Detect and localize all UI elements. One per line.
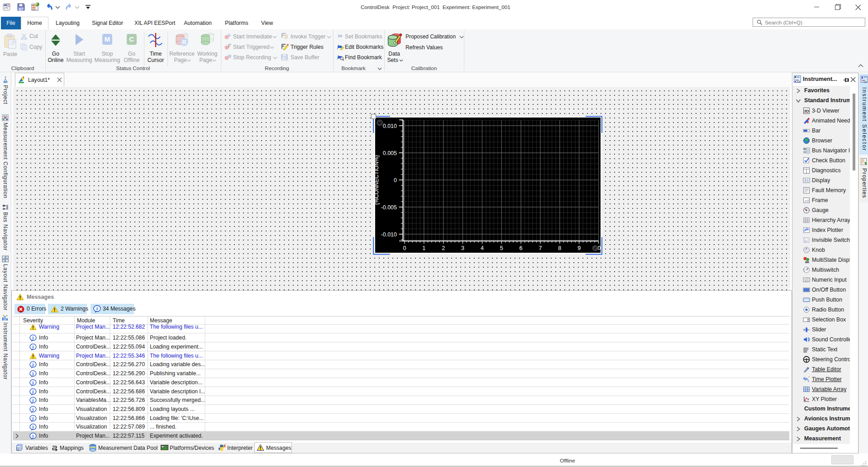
svg-text:8: 8	[558, 245, 561, 251]
svg-text:-0.010: -0.010	[381, 231, 397, 238]
svg-text:i: i	[96, 306, 98, 311]
svg-text:9: 9	[577, 245, 581, 251]
svg-text:ab: ab	[805, 260, 809, 264]
svg-text:d: d	[224, 444, 225, 448]
svg-text:{%CONNECTION%}: {%CONNECTION%}	[373, 155, 380, 205]
svg-text:0: 0	[394, 177, 397, 184]
svg-text:0: 0	[403, 245, 406, 251]
svg-text:1: 1	[422, 245, 425, 251]
svg-text:0.010: 0.010	[383, 123, 397, 129]
svg-text:1: 1	[804, 278, 806, 282]
svg-text:R: R	[182, 39, 186, 46]
svg-text:0.005: 0.005	[383, 150, 397, 156]
svg-text:5: 5	[500, 245, 503, 251]
svg-text:7: 7	[539, 245, 542, 251]
svg-text:3: 3	[461, 245, 464, 251]
svg-text:6: 6	[520, 245, 523, 251]
svg-text:+: +	[804, 179, 806, 182]
svg-text:3D: 3D	[804, 109, 809, 113]
svg-text:4: 4	[481, 245, 484, 251]
svg-text:t: t	[808, 379, 809, 382]
svg-text:-0.005: -0.005	[381, 204, 397, 211]
svg-text:V: V	[17, 448, 19, 450]
svg-text:2: 2	[442, 245, 445, 251]
